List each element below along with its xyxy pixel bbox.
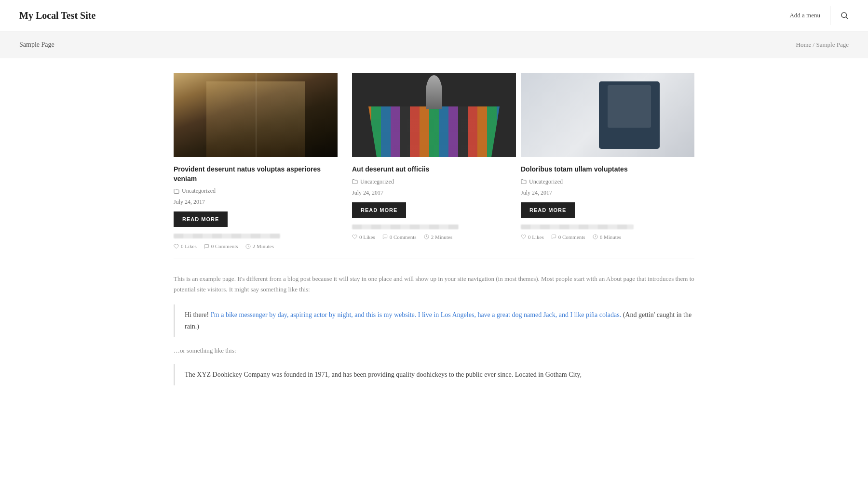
card-3-read-time: 6 Minutes [593, 234, 621, 240]
card-2-read-more[interactable]: READ MORE [352, 202, 406, 218]
card-1-likes: 0 Likes [174, 243, 197, 249]
breadcrumb-current: Sample Page [816, 41, 849, 48]
intro-text: This is an example page. It's different … [174, 274, 694, 295]
svg-point-0 [841, 13, 847, 18]
card-3-title: Doloribus totam ullam voluptates [521, 165, 694, 174]
card-1-read-more[interactable]: READ MORE [174, 211, 228, 227]
card-2-title: Aut deserunt aut officiis [352, 165, 516, 174]
card-2-read-time: 2 Minutes [424, 234, 452, 240]
card-2-category: Uncategorized [360, 178, 394, 185]
card-2-likes: 0 Likes [352, 234, 375, 240]
comment-icon-3 [551, 234, 556, 239]
heart-icon-2 [352, 234, 357, 239]
site-title: My Local Test Site [19, 10, 95, 21]
comment-icon [204, 244, 209, 249]
clock-icon [245, 244, 251, 249]
breadcrumb-page-title: Sample Page [19, 41, 54, 49]
clock-icon-2 [424, 234, 429, 239]
card-2-image[interactable] [352, 73, 516, 157]
blockquote-1: Hi there! I'm a bike messenger by day, a… [174, 304, 694, 337]
breadcrumb-home-link[interactable]: Home [796, 41, 812, 48]
card-3-read-more[interactable]: READ MORE [521, 202, 575, 218]
svg-line-1 [846, 17, 847, 18]
cards-grid: Provident deserunt natus voluptas asperi… [174, 73, 694, 259]
or-text: …or something like this: [174, 347, 694, 355]
card-1-read-time: 2 Minutes [245, 243, 274, 249]
hangers-image [352, 73, 516, 157]
folder-icon-3 [521, 179, 527, 185]
card-1: Provident deserunt natus voluptas asperi… [174, 73, 347, 259]
add-menu-link[interactable]: Add a menu [789, 12, 820, 19]
speaker-image [521, 73, 694, 157]
card-3-likes: 0 Likes [521, 234, 544, 240]
quote1-prefix: Hi there! [185, 311, 211, 318]
main-content: Provident deserunt natus voluptas asperi… [154, 58, 714, 400]
breadcrumb-nav: Home / Sample Page [796, 41, 849, 49]
header-right: Add a menu [789, 6, 849, 25]
card-3-stats: 0 Likes 0 Comments 6 Minutes [521, 234, 694, 240]
header-left: My Local Test Site [19, 10, 95, 21]
header-divider [830, 6, 830, 25]
escalator-image [174, 73, 338, 157]
quote1-highlight: I'm a bike messenger by day, aspiring ac… [211, 311, 622, 318]
card-1-blurred-bar [174, 234, 280, 238]
card-3-category: Uncategorized [529, 178, 563, 185]
blockquote-2: The XYZ Doohickey Company was founded in… [174, 364, 694, 385]
search-icon [840, 11, 849, 20]
heart-icon-3 [521, 234, 526, 239]
card-2-blurred-bar [352, 224, 459, 229]
heart-icon [174, 244, 179, 249]
card-2-comments: 0 Comments [382, 234, 417, 240]
card-3-comments: 0 Comments [551, 234, 585, 240]
card-1-comments: 0 Comments [204, 243, 238, 249]
card-3: Doloribus totam ullam voluptates Uncateg… [521, 73, 694, 259]
card-3-date: July 24, 2017 [521, 189, 694, 197]
card-1-title: Provident deserunt natus voluptas asperi… [174, 165, 338, 184]
card-3-image[interactable] [521, 73, 694, 157]
card-2-date: July 24, 2017 [352, 189, 516, 197]
card-1-category: Uncategorized [182, 187, 216, 195]
card-3-blurred-bar [521, 224, 634, 229]
card-1-image[interactable] [174, 73, 338, 157]
blockquote-2-text: The XYZ Doohickey Company was founded in… [185, 369, 694, 381]
comment-icon-2 [382, 234, 388, 239]
card-2-meta: Uncategorized [352, 178, 516, 185]
blockquote-1-text: Hi there! I'm a bike messenger by day, a… [185, 309, 694, 332]
site-header: My Local Test Site Add a menu [0, 0, 868, 31]
clock-icon-3 [593, 234, 598, 239]
breadcrumb-bar: Sample Page Home / Sample Page [0, 31, 868, 58]
card-1-meta: Uncategorized [174, 187, 338, 195]
folder-icon [174, 188, 179, 194]
card-1-stats: 0 Likes 0 Comments 2 Minutes [174, 243, 338, 249]
search-button[interactable] [840, 11, 849, 20]
card-2-stats: 0 Likes 0 Comments 2 Minutes [352, 234, 516, 240]
card-2: Aut deserunt aut officiis Uncategorized … [347, 73, 521, 259]
card-1-date: July 24, 2017 [174, 198, 338, 206]
folder-icon-2 [352, 179, 358, 185]
card-3-meta: Uncategorized [521, 178, 694, 185]
